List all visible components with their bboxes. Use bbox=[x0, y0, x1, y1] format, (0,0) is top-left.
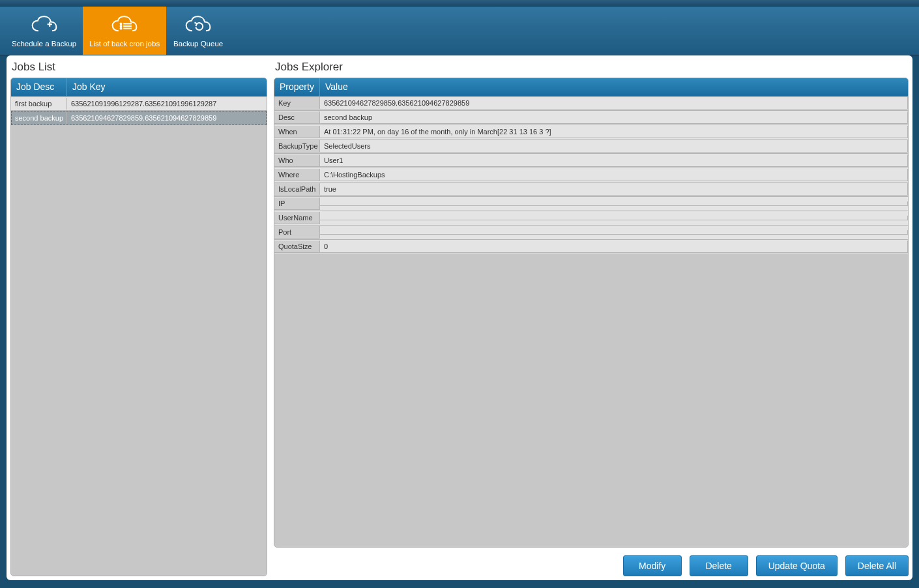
col-header-key[interactable]: Job Key bbox=[67, 78, 267, 96]
cell-job-desc: first backup bbox=[11, 98, 67, 110]
update-quota-button[interactable]: Update Quota bbox=[756, 555, 838, 576]
col-header-desc[interactable]: Job Desc bbox=[11, 78, 67, 96]
top-accent-bar bbox=[0, 0, 919, 7]
cell-prop-value: At 01:31:22 PM, on day 16 of the month, … bbox=[320, 126, 908, 138]
col-header-value[interactable]: Value bbox=[320, 78, 908, 96]
cell-prop-value: second backup bbox=[320, 111, 908, 124]
cell-prop-name: Key bbox=[274, 97, 320, 110]
table-row[interactable]: WhoUser1 bbox=[274, 154, 908, 168]
cell-job-key: 635621094627829859.635621094627829859 bbox=[67, 112, 267, 124]
main-toolbar: Schedule a Backup List of back cron jobs… bbox=[0, 7, 919, 55]
jobs-list-header: Job Desc Job Key bbox=[11, 78, 267, 96]
tab-list-cron-jobs[interactable]: List of back cron jobs bbox=[83, 7, 166, 55]
table-row[interactable]: WhenAt 01:31:22 PM, on day 16 of the mon… bbox=[274, 125, 908, 140]
jobs-explorer-grid: Property Value Key635621094627829859.635… bbox=[274, 78, 909, 548]
cell-prop-value: SelectedUsers bbox=[320, 140, 908, 153]
cell-prop-name: IsLocalPath bbox=[274, 183, 320, 196]
cell-prop-name: Where bbox=[274, 169, 320, 181]
col-header-property[interactable]: Property bbox=[274, 78, 320, 96]
svg-point-5 bbox=[121, 23, 122, 24]
cell-prop-value: User1 bbox=[320, 154, 908, 167]
table-row[interactable]: UserName bbox=[274, 211, 908, 226]
cell-prop-name: Port bbox=[274, 226, 320, 239]
delete-all-button[interactable]: Delete All bbox=[845, 555, 909, 576]
jobs-list-title: Jobs List bbox=[10, 58, 267, 78]
jobs-list-grid: Job Desc Job Key first backup63562109199… bbox=[10, 78, 267, 576]
cell-prop-value: 635621094627829859.635621094627829859 bbox=[320, 97, 908, 110]
tab-label: List of back cron jobs bbox=[89, 40, 160, 48]
cell-prop-value: C:\HostingBackups bbox=[320, 169, 908, 181]
modify-button[interactable]: Modify bbox=[623, 555, 682, 576]
cell-prop-name: IP bbox=[274, 198, 320, 210]
jobs-explorer-body: Key635621094627829859.635621094627829859… bbox=[274, 96, 908, 547]
tab-label: Backup Queue bbox=[173, 40, 223, 48]
cell-prop-name: QuotaSize bbox=[274, 241, 320, 253]
jobs-explorer-title: Jobs Explorer bbox=[274, 58, 909, 78]
table-row[interactable]: IsLocalPathtrue bbox=[274, 183, 908, 197]
table-row[interactable]: WhereC:\HostingBackups bbox=[274, 168, 908, 183]
cell-prop-value: 0 bbox=[320, 241, 908, 253]
table-row[interactable]: BackupTypeSelectedUsers bbox=[274, 140, 908, 154]
tab-backup-queue[interactable]: Backup Queue bbox=[166, 7, 230, 55]
table-row[interactable]: QuotaSize0 bbox=[274, 240, 908, 254]
cloud-plus-icon bbox=[30, 15, 59, 37]
cell-job-key: 635621091996129287.635621091996129287 bbox=[67, 98, 267, 110]
table-row[interactable]: Key635621094627829859.635621094627829859 bbox=[274, 96, 908, 111]
cell-prop-value bbox=[320, 230, 908, 235]
table-row[interactable]: Descsecond backup bbox=[274, 111, 908, 125]
cell-prop-name: UserName bbox=[274, 212, 320, 224]
cell-prop-name: When bbox=[274, 126, 320, 138]
svg-point-7 bbox=[121, 28, 122, 29]
cell-prop-name: Who bbox=[274, 154, 320, 167]
cell-prop-value: true bbox=[320, 183, 908, 196]
cell-prop-value bbox=[320, 201, 908, 206]
cell-prop-name: Desc bbox=[274, 111, 320, 124]
cloud-refresh-icon bbox=[184, 15, 212, 37]
cell-prop-value bbox=[320, 216, 908, 220]
jobs-explorer-header: Property Value bbox=[274, 78, 908, 96]
jobs-list-body: first backup635621091996129287.635621091… bbox=[11, 96, 267, 576]
cloud-list-icon bbox=[110, 15, 139, 37]
tab-label: Schedule a Backup bbox=[12, 40, 76, 48]
jobs-list-panel: Jobs List Job Desc Job Key first backup6… bbox=[10, 58, 267, 576]
content-area: Jobs List Job Desc Job Key first backup6… bbox=[7, 55, 912, 580]
table-row[interactable]: first backup635621091996129287.635621091… bbox=[11, 96, 267, 111]
jobs-explorer-panel: Jobs Explorer Property Value Key63562109… bbox=[274, 58, 909, 576]
tab-schedule-backup[interactable]: Schedule a Backup bbox=[5, 7, 83, 55]
cell-prop-name: BackupType bbox=[274, 140, 320, 153]
svg-point-6 bbox=[121, 25, 122, 27]
delete-button[interactable]: Delete bbox=[690, 555, 748, 576]
table-row[interactable]: Port bbox=[274, 226, 908, 240]
cell-job-desc: second backup bbox=[11, 112, 67, 124]
table-row[interactable]: IP bbox=[274, 197, 908, 211]
table-row[interactable]: second backup635621094627829859.63562109… bbox=[11, 111, 267, 125]
footer-buttons: Modify Delete Update Quota Delete All bbox=[274, 548, 909, 576]
